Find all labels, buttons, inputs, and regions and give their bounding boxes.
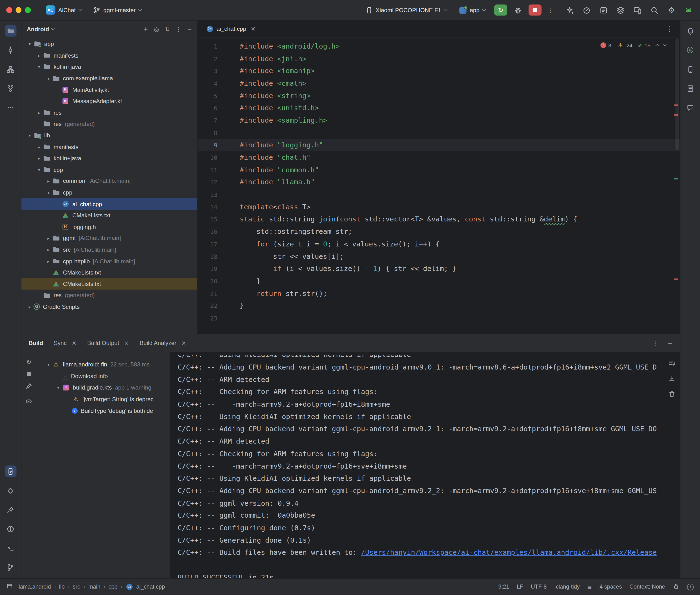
ai-assistant-icon[interactable]: [564, 5, 575, 16]
breadcrumb-item[interactable]: main: [88, 584, 101, 590]
structure-tool-icon[interactable]: [5, 63, 17, 75]
line-number[interactable]: 13: [198, 191, 226, 198]
tree-toggle-icon[interactable]: ▾: [45, 362, 52, 367]
tree-toggle-icon[interactable]: ▾: [55, 385, 62, 390]
caret-position[interactable]: 9:21: [498, 584, 509, 590]
code-line[interactable]: 14template<class T>: [198, 201, 680, 213]
expand-collapse-icon[interactable]: ⇅: [165, 26, 170, 32]
tree-toggle-icon[interactable]: ▸: [45, 247, 52, 252]
running-devices-tool-icon[interactable]: [5, 465, 17, 477]
vcs-branch-selector[interactable]: ggml-master: [89, 3, 145, 17]
rerun-build-icon[interactable]: ↻: [26, 358, 31, 366]
terminal-tool-icon[interactable]: >_: [5, 542, 17, 554]
tree-toggle-icon[interactable]: ▸: [45, 179, 52, 184]
breadcrumb-item[interactable]: ai_chat.cpp: [136, 584, 165, 590]
line-number[interactable]: 12: [198, 179, 226, 186]
tree-item--jvmtarget-string-is-deprec[interactable]: ⚠'jvmTarget: String' is deprec: [39, 393, 170, 405]
line-number[interactable]: 1: [198, 43, 226, 50]
tree-toggle-icon[interactable]: ▸: [35, 156, 43, 161]
tree-item-res[interactable]: ▸res: [22, 107, 197, 118]
android-sdk-icon[interactable]: [683, 5, 694, 16]
code-line[interactable]: 23: [198, 312, 680, 324]
code-line[interactable]: 19 if (i < values.size() - 1) { str << d…: [198, 263, 680, 275]
error-stripe-mark[interactable]: [674, 105, 678, 106]
tree-item-llama-android-fin[interactable]: ▾⚠llama.android: fin22 sec, 583 ms: [39, 358, 170, 370]
run-options-kebab-icon[interactable]: ⋮: [547, 6, 554, 14]
line-number[interactable]: 2: [198, 55, 226, 62]
code-line[interactable]: 7#include <sampling.h>: [198, 114, 680, 127]
tree-toggle-icon[interactable]: ▾: [26, 42, 34, 47]
tree-item-download-info[interactable]: ↓Download info: [39, 370, 170, 382]
tree-toggle-icon[interactable]: ▾: [35, 167, 43, 172]
problems-tool-icon[interactable]: [5, 523, 17, 535]
tree-toggle-icon[interactable]: ▾: [26, 133, 34, 138]
run-configuration-selector[interactable]: app: [456, 3, 489, 17]
code-line[interactable]: 3#include <iomanip>: [198, 65, 680, 77]
device-selector[interactable]: Xiaomi POCOPHONE F1: [362, 3, 450, 17]
app-inspection-icon[interactable]: [615, 5, 626, 16]
editor-tab-ai-chat-cpp[interactable]: C+ ai_chat.cpp ×: [200, 21, 261, 37]
more-tools-icon[interactable]: ⋯: [5, 102, 17, 113]
close-window-button[interactable]: [6, 7, 12, 12]
code-line[interactable]: 11#include "common.h": [198, 164, 680, 176]
project-options-kebab-icon[interactable]: ⋮: [175, 26, 181, 32]
tree-item-buildtype-debug-is-both-de[interactable]: iBuildType 'debug' is both de: [39, 405, 170, 417]
tree-toggle-icon[interactable]: ▸: [35, 53, 43, 58]
next-problem-icon[interactable]: [663, 42, 667, 47]
tree-item-cmakelists-txt[interactable]: CMakeLists.txt: [22, 210, 197, 221]
line-number[interactable]: 15: [198, 216, 226, 223]
line-number[interactable]: 18: [198, 253, 226, 260]
gradle-tool-icon[interactable]: G: [684, 44, 696, 56]
assistant-chat-tool-icon[interactable]: [684, 102, 696, 113]
line-number[interactable]: 11: [198, 166, 226, 174]
minimize-window-button[interactable]: [16, 7, 21, 12]
inspections-widget[interactable]: !3 ⚠24 ✔15: [600, 41, 666, 49]
code-editor[interactable]: 1#include <android/log.h>2#include <jni.…: [198, 37, 680, 334]
stop-button[interactable]: [529, 4, 541, 16]
line-number[interactable]: 16: [198, 228, 226, 235]
build-output-path-link[interactable]: /Users/hanyin/Workspace/ai-chat/examples…: [361, 548, 657, 557]
resource-manager-tool-icon[interactable]: [5, 485, 17, 497]
settings-gear-icon[interactable]: ⚙: [666, 5, 677, 16]
tree-toggle-icon[interactable]: ▸: [45, 236, 52, 241]
code-line[interactable]: 13: [198, 188, 680, 201]
filter-eye-icon[interactable]: [26, 398, 32, 407]
code-line[interactable]: 16 std::ostringstream str;: [198, 225, 680, 238]
layout-inspector-tool-icon[interactable]: [684, 83, 696, 94]
hide-panel-icon[interactable]: −: [187, 26, 192, 32]
breadcrumb-item[interactable]: lib: [59, 584, 64, 590]
code-line[interactable]: 15static std::string join(const std::vec…: [198, 213, 680, 225]
build-tool-title[interactable]: Build: [29, 340, 43, 346]
tree-item-ggml[interactable]: ▸ggml[AiChat.lib.main]: [22, 233, 197, 244]
search-everywhere-icon[interactable]: [649, 5, 660, 16]
tree-item-common[interactable]: ▸common[AiChat.lib.main]: [22, 175, 197, 187]
error-stripe-mark[interactable]: [674, 279, 678, 280]
tree-item-src[interactable]: ▸src[AiChat.lib.main]: [22, 244, 197, 255]
code-line[interactable]: 2#include <jni.h>: [198, 53, 680, 65]
info-stripe-mark[interactable]: [674, 178, 678, 179]
tree-item-cmakelists-txt[interactable]: CMakeLists.txt: [22, 267, 197, 278]
zoom-window-button[interactable]: [25, 7, 30, 12]
code-line[interactable]: 10#include "chat.h": [198, 151, 680, 164]
line-number[interactable]: 10: [198, 154, 226, 161]
tree-item-com-example-llama[interactable]: ▾com.example.llama: [22, 73, 197, 84]
line-number[interactable]: 22: [198, 302, 226, 309]
tree-item-logging-h[interactable]: Hlogging.h: [22, 221, 197, 233]
editor-config-icon[interactable]: ≡: [587, 584, 592, 590]
close-tab-icon[interactable]: ×: [181, 340, 186, 346]
breadcrumb-item[interactable]: cpp: [109, 584, 118, 590]
context-indicator[interactable]: Context: None: [629, 584, 665, 590]
stop-build-icon[interactable]: [27, 372, 31, 376]
code-line[interactable]: 18 str << values[i];: [198, 250, 680, 263]
error-stripe-mark[interactable]: [674, 114, 678, 116]
project-selector[interactable]: AC AiChat: [42, 3, 85, 17]
notifications-icon[interactable]: [684, 25, 696, 37]
code-line[interactable]: 8: [198, 127, 680, 139]
hide-build-panel-icon[interactable]: −: [667, 339, 673, 347]
tree-toggle-icon[interactable]: ▸: [35, 144, 43, 149]
linter-status[interactable]: .clang-tidy: [554, 584, 580, 590]
file-encoding[interactable]: UTF-8: [531, 584, 547, 590]
tree-item-cmakelists-txt[interactable]: CMakeLists.txt: [22, 278, 197, 290]
tree-item-build-gradle-kts[interactable]: ▾Kbuild.gradle.ktsapp 1 warning: [39, 382, 170, 393]
scroll-to-end-icon[interactable]: [668, 375, 675, 384]
